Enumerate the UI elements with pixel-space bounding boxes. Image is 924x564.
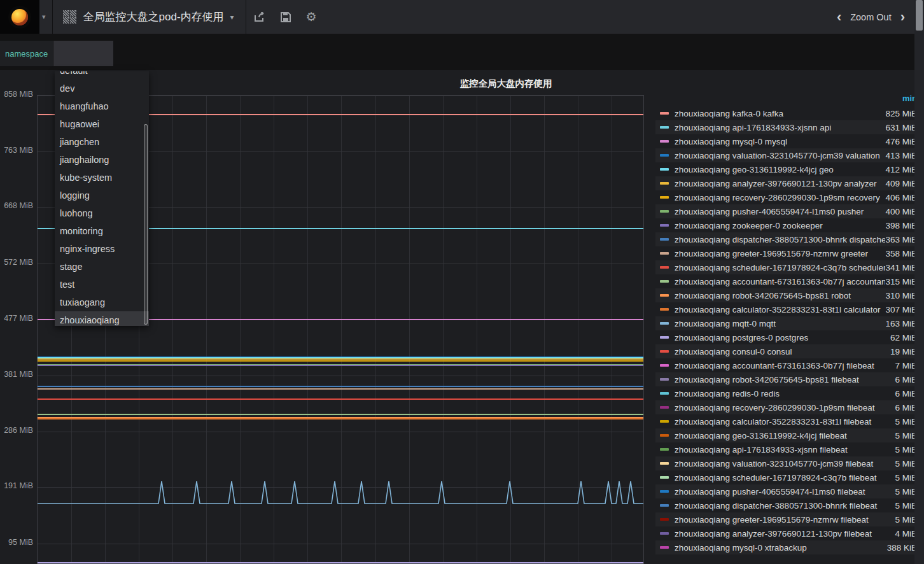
- legend-row[interactable]: zhouxiaoqiang pusher-4065559474-l1ms0 fi…: [655, 484, 924, 498]
- legend-row[interactable]: zhouxiaoqiang analyzer-3976690121-130pv …: [655, 526, 924, 540]
- legend-series-name[interactable]: zhouxiaoqiang robot-3420675645-bps81 rob…: [675, 291, 885, 300]
- grafana-logo[interactable]: [0, 0, 39, 34]
- series-color-dash-icon[interactable]: [660, 392, 669, 395]
- legend-row[interactable]: zhouxiaoqiang api-1761834933-xjsnn api63…: [655, 120, 924, 134]
- legend-series-name[interactable]: zhouxiaoqiang mqtt-0 mqtt: [675, 319, 885, 328]
- series-color-dash-icon[interactable]: [660, 182, 669, 185]
- legend-row[interactable]: zhouxiaoqiang kafka-0 kafka825 MiB: [655, 106, 924, 120]
- series-color-dash-icon[interactable]: [660, 448, 669, 451]
- namespace-option-jiangchen[interactable]: jiangchen: [55, 133, 149, 151]
- namespace-option-nginx-ingress[interactable]: nginx-ingress: [55, 240, 149, 258]
- legend-row[interactable]: zhouxiaoqiang scheduler-1671978924-c3q7b…: [655, 260, 924, 274]
- namespace-option-dev[interactable]: dev: [55, 80, 149, 97]
- legend-row[interactable]: zhouxiaoqiang valuation-3231045770-jcm39…: [655, 456, 924, 470]
- legend-row[interactable]: zhouxiaoqiang consul-0 consul19 MiB: [655, 344, 924, 358]
- page-scrollbar-thumb[interactable]: [916, 0, 923, 31]
- legend-series-name[interactable]: zhouxiaoqiang greeter-1969515679-nzmrw f…: [675, 515, 895, 525]
- legend-row[interactable]: zhouxiaoqiang greeter-1969515679-nzmrw g…: [655, 246, 924, 260]
- series-color-dash-icon[interactable]: [660, 504, 669, 507]
- legend-row[interactable]: zhouxiaoqiang pusher-4065559474-l1ms0 pu…: [655, 204, 924, 218]
- series-color-dash-icon[interactable]: [660, 196, 669, 199]
- dashboard-title-dropdown[interactable]: 全局监控大盘之pod-内存使用 ▾: [53, 0, 246, 34]
- series-color-dash-icon[interactable]: [660, 210, 669, 213]
- series-color-dash-icon[interactable]: [660, 364, 669, 367]
- series-color-dash-icon[interactable]: [660, 490, 669, 493]
- legend-series-name[interactable]: zhouxiaoqiang analyzer-3976690121-130pv …: [675, 529, 895, 539]
- legend-series-name[interactable]: zhouxiaoqiang geo-3136119992-k4jcj geo: [675, 165, 885, 174]
- gear-icon[interactable]: ⚙: [306, 11, 317, 23]
- legend-series-name[interactable]: zhouxiaoqiang dispatcher-3880571300-bhnr…: [675, 501, 895, 511]
- legend-min-column-header[interactable]: min: [655, 94, 924, 106]
- share-icon[interactable]: [254, 12, 265, 22]
- series-color-dash-icon[interactable]: [660, 406, 669, 409]
- series-color-dash-icon[interactable]: [660, 462, 669, 465]
- legend-series-name[interactable]: zhouxiaoqiang redis-0 redis: [675, 389, 895, 398]
- series-color-dash-icon[interactable]: [660, 308, 669, 311]
- legend-series-name[interactable]: zhouxiaoqiang scheduler-1671978924-c3q7b…: [675, 473, 895, 483]
- legend-series-name[interactable]: zhouxiaoqiang consul-0 consul: [675, 347, 890, 356]
- series-color-dash-icon[interactable]: [660, 518, 669, 521]
- namespace-option-tuxiaogang[interactable]: tuxiaogang: [55, 293, 149, 311]
- namespace-option-default[interactable]: default: [55, 71, 149, 80]
- series-color-dash-icon[interactable]: [660, 294, 669, 297]
- legend-series-name[interactable]: zhouxiaoqiang geo-3136119992-k4jcj fileb…: [675, 431, 895, 441]
- legend-series-name[interactable]: zhouxiaoqiang mysql-0 mysql: [675, 137, 885, 146]
- legend-series-name[interactable]: zhouxiaoqiang zookeeper-0 zookeeper: [675, 221, 885, 230]
- namespace-option-zhouxiaoqiang[interactable]: zhouxiaoqiang: [55, 311, 149, 326]
- legend-series-name[interactable]: zhouxiaoqiang pusher-4065559474-l1ms0 fi…: [675, 487, 895, 497]
- panel-title[interactable]: 监控全局大盘内存使用: [88, 78, 924, 90]
- namespace-option-luohong[interactable]: luohong: [55, 204, 149, 222]
- legend-row[interactable]: zhouxiaoqiang valuation-3231045770-jcm39…: [655, 148, 924, 162]
- legend-row[interactable]: zhouxiaoqiang recovery-2860299030-1p9sm …: [655, 190, 924, 204]
- logo-dropdown-caret-icon[interactable]: ▾: [39, 13, 52, 21]
- namespace-option-kube-system[interactable]: kube-system: [55, 169, 149, 187]
- legend-series-name[interactable]: zhouxiaoqiang calculator-3522833231-83t1…: [675, 305, 885, 314]
- legend-row[interactable]: zhouxiaoqiang geo-3136119992-k4jcj fileb…: [655, 428, 924, 442]
- legend-series-name[interactable]: zhouxiaoqiang recovery-2860299030-1p9sm …: [675, 193, 885, 202]
- legend-row[interactable]: zhouxiaoqiang dispatcher-3880571300-bhnr…: [655, 498, 924, 512]
- legend-row[interactable]: zhouxiaoqiang mysql-0 xtrabackup388 KiB: [655, 540, 924, 554]
- namespace-option-test[interactable]: test: [55, 276, 149, 293]
- legend-series-name[interactable]: zhouxiaoqiang recovery-2860299030-1p9sm …: [675, 403, 895, 412]
- series-color-dash-icon[interactable]: [660, 476, 669, 479]
- legend-row[interactable]: zhouxiaoqiang dispatcher-3880571300-bhnr…: [655, 232, 924, 246]
- namespace-variable-input[interactable]: [53, 41, 113, 66]
- namespace-option-monitoring[interactable]: monitoring: [55, 222, 149, 240]
- namespace-option-jianghailong[interactable]: jianghailong: [55, 151, 149, 169]
- legend-series-name[interactable]: zhouxiaoqiang accountant-673161363-0b77j…: [675, 361, 895, 370]
- legend-series-name[interactable]: zhouxiaoqiang scheduler-1671978924-c3q7b…: [675, 263, 885, 272]
- series-color-dash-icon[interactable]: [660, 280, 669, 283]
- namespace-option-hugaowei[interactable]: hugaowei: [55, 115, 149, 133]
- legend-row[interactable]: zhouxiaoqiang greeter-1969515679-nzmrw f…: [655, 512, 924, 526]
- legend-row[interactable]: zhouxiaoqiang calculator-3522833231-83t1…: [655, 414, 924, 428]
- legend-row[interactable]: zhouxiaoqiang accountant-673161363-0b77j…: [655, 274, 924, 288]
- legend-series-name[interactable]: zhouxiaoqiang pusher-4065559474-l1ms0 pu…: [675, 207, 885, 216]
- series-color-dash-icon[interactable]: [660, 532, 669, 535]
- series-color-dash-icon[interactable]: [660, 378, 669, 381]
- page-scrollbar[interactable]: [914, 0, 924, 564]
- series-color-dash-icon[interactable]: [660, 224, 669, 227]
- series-color-dash-icon[interactable]: [660, 140, 669, 143]
- series-color-dash-icon[interactable]: [660, 434, 669, 437]
- legend-row[interactable]: zhouxiaoqiang postgres-0 postgres62 MiB: [655, 330, 924, 344]
- legend-series-name[interactable]: zhouxiaoqiang robot-3420675645-bps81 fil…: [675, 375, 895, 384]
- legend-row[interactable]: zhouxiaoqiang redis-0 redis6 MiB: [655, 386, 924, 400]
- legend-row[interactable]: zhouxiaoqiang robot-3420675645-bps81 fil…: [655, 372, 924, 386]
- legend-series-name[interactable]: zhouxiaoqiang calculator-3522833231-83t1…: [675, 417, 895, 427]
- series-color-dash-icon[interactable]: [660, 112, 669, 115]
- legend-row[interactable]: zhouxiaoqiang analyzer-3976690121-130pv …: [655, 176, 924, 190]
- chevron-left-icon[interactable]: ‹: [837, 10, 841, 24]
- legend-row[interactable]: zhouxiaoqiang robot-3420675645-bps81 rob…: [655, 288, 924, 302]
- namespace-option-logging[interactable]: logging: [55, 187, 149, 204]
- legend-row[interactable]: zhouxiaoqiang mqtt-0 mqtt163 MiB: [655, 316, 924, 330]
- legend-series-name[interactable]: zhouxiaoqiang kafka-0 kafka: [675, 109, 885, 118]
- legend-row[interactable]: zhouxiaoqiang scheduler-1671978924-c3q7b…: [655, 470, 924, 484]
- legend-series-name[interactable]: zhouxiaoqiang dispatcher-3880571300-bhnr…: [675, 235, 885, 244]
- legend-row[interactable]: zhouxiaoqiang recovery-2860299030-1p9sm …: [655, 400, 924, 414]
- save-icon[interactable]: [281, 12, 291, 22]
- legend-series-name[interactable]: zhouxiaoqiang valuation-3231045770-jcm39…: [675, 459, 895, 469]
- series-color-dash-icon[interactable]: [660, 336, 669, 339]
- zoom-out-button[interactable]: Zoom Out: [850, 12, 891, 22]
- series-color-dash-icon[interactable]: [660, 168, 669, 171]
- namespace-option-stage[interactable]: stage: [55, 258, 149, 276]
